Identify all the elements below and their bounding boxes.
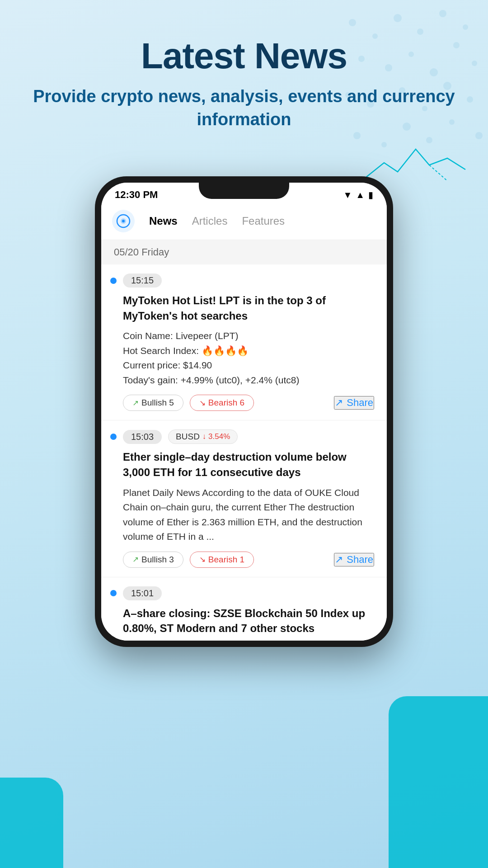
page-subtitle: Provide crypto news, analysis, events an… [27,85,461,132]
time-dot-2 [110,434,117,440]
news-time-row-2: 15:03 BUSD ↓ 3.54% [110,429,374,444]
bearish-button-2[interactable]: ↘ Bearish 1 [190,552,254,568]
ticker-name-2: BUSD [176,432,200,442]
status-icons: ▼ ▲ ▮ [343,189,373,200]
time-badge-1: 15:15 [123,274,162,288]
bullish-button-1[interactable]: ↗ Bullish 5 [123,395,183,411]
news-actions-2: ↗ Bullish 3 ↘ Bearish 1 ↗ Share [123,552,374,568]
battery-icon: ▮ [368,189,373,200]
time-dot-1 [110,278,117,284]
share-button-1[interactable]: ↗ Share [334,396,374,410]
news-body-line-3: Current price: $14.90 [123,358,374,373]
bullish-label-1: Bullish 5 [141,398,174,408]
page-title: Latest News [27,36,461,76]
news-body-line-4: Today's gain: +4.99% (utc0), +2.4% (utc8… [123,373,374,388]
app-nav: News Articles Features [101,204,387,240]
bg-teal-block-right [389,696,488,868]
share-icon-1: ↗ [335,397,343,409]
tab-news[interactable]: News [149,213,178,229]
date-header: 05/20 Friday [101,240,387,264]
tab-articles[interactable]: Articles [192,213,228,229]
news-title-1[interactable]: MyToken Hot List! LPT is in the top 3 of… [123,293,374,323]
phone-inner: 12:30 PM ▼ ▲ ▮ News Articles [101,183,387,641]
time-badge-2: 15:03 [123,430,162,444]
bearish-label-2: Bearish 1 [208,555,244,565]
bullish-icon-1: ↗ [132,398,139,408]
phone-mockup: 12:30 PM ▼ ▲ ▮ News Articles [95,176,393,647]
bg-teal-block-left [0,778,63,868]
svg-line-0 [429,165,447,181]
news-body-1: Coin Name: Livepeer (LPT) Hot Search Ind… [123,329,374,387]
share-label-2: Share [347,554,373,566]
tab-features[interactable]: Features [242,213,285,229]
bearish-icon-2: ↘ [199,555,206,564]
bullish-button-2[interactable]: ↗ Bullish 3 [123,552,183,568]
news-title-3[interactable]: A–share closing: SZSE Blockchain 50 Inde… [123,606,374,636]
phone-notch [199,183,289,199]
time-dot-3 [110,590,117,596]
news-actions-1: ↗ Bullish 5 ↘ Bearish 6 ↗ Share [123,395,374,411]
bearish-label-1: Bearish 6 [208,398,244,408]
news-body-line-1: Coin Name: Livepeer (LPT) [123,329,374,344]
share-button-2[interactable]: ↗ Share [334,553,374,566]
share-icon-2: ↗ [335,554,343,566]
bearish-button-1[interactable]: ↘ Bearish 6 [190,395,254,411]
action-btns-2: ↗ Bullish 3 ↘ Bearish 1 [123,552,254,568]
status-time: 12:30 PM [115,189,158,201]
news-content: 15:15 MyToken Hot List! LPT is in the to… [101,264,387,641]
page-header: Latest News Provide crypto news, analysi… [0,0,488,150]
news-item-3: 15:01 A–share closing: SZSE Blockchain 5… [101,577,387,641]
time-badge-3: 15:01 [123,586,162,600]
news-time-row-1: 15:15 [110,274,374,288]
bearish-icon-1: ↘ [199,398,206,408]
bullish-icon-2: ↗ [132,555,139,564]
news-time-row-3: 15:01 [110,586,374,600]
svg-point-27 [122,220,125,222]
news-body-2: Planet Daily News According to the data … [123,486,374,544]
wifi-icon: ▼ [343,190,352,200]
ticker-badge-2: BUSD ↓ 3.54% [168,429,238,444]
news-item-1: 15:15 MyToken Hot List! LPT is in the to… [101,264,387,420]
share-label-1: Share [347,397,373,409]
ticker-change-2: ↓ 3.54% [202,432,230,441]
news-body-line-2: Hot Search Index: 🔥🔥🔥🔥 [123,344,374,359]
phone-outer: 12:30 PM ▼ ▲ ▮ News Articles [95,176,393,647]
signal-icon: ▲ [356,190,365,200]
news-title-2[interactable]: Ether single–day destruction volume belo… [123,449,374,480]
app-logo [112,210,135,232]
news-item-2: 15:03 BUSD ↓ 3.54% Ether single–day dest… [101,420,387,577]
action-btns-1: ↗ Bullish 5 ↘ Bearish 6 [123,395,254,411]
bullish-label-2: Bullish 3 [141,555,174,565]
